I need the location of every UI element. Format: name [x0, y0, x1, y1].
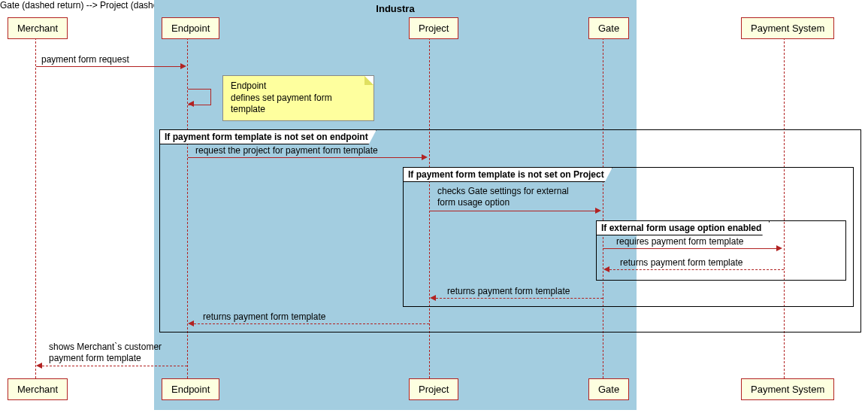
industra-label: Industra — [155, 3, 636, 14]
fragment-external-enabled: If external form usage option enabled — [596, 220, 846, 281]
note-line-1: Endpoint — [231, 80, 366, 93]
participant-merchant-top: Merchant — [8, 17, 68, 39]
fragment-label-2: If payment form template is not set on P… — [404, 168, 612, 182]
arrow-head-m5 — [603, 266, 609, 272]
msg-m8-l1: shows Merchant`s customer — [49, 342, 162, 352]
msg-m6: returns payment form template — [447, 286, 570, 296]
participant-endpoint-bottom: Endpoint — [162, 378, 219, 400]
participant-project-top: Project — [409, 17, 458, 39]
note-endpoint: Endpoint defines set payment form templa… — [222, 75, 374, 121]
arrow-head-m2 — [422, 154, 428, 160]
arrow-m6 — [436, 298, 603, 299]
note-line-3: template — [231, 104, 366, 116]
fragment-label-3: If external form usage option enabled — [597, 221, 770, 235]
msg-m3-l2: form usage option — [437, 197, 510, 208]
msg-m5: returns payment form template — [620, 257, 742, 268]
msg-m7: returns payment form template — [203, 311, 325, 322]
arrow-head-m7 — [188, 320, 194, 326]
arrow-head-m6 — [430, 295, 436, 301]
arrow-head-m4 — [776, 245, 782, 251]
msg-m3-l1: checks Gate settings for external — [437, 186, 569, 196]
participant-endpoint-top: Endpoint — [162, 17, 219, 39]
msg-m4: requires payment form template — [616, 236, 743, 247]
msg-m2: request the project for payment form tem… — [195, 145, 378, 156]
arrow-head-m8 — [36, 363, 42, 369]
arrow-m1 — [36, 66, 182, 67]
note-line-2: defines set payment form — [231, 93, 366, 105]
arrow-head-m1 — [180, 63, 186, 69]
msg-m8-l2: payment form template — [49, 353, 141, 363]
participant-merchant-bottom: Merchant — [8, 378, 68, 400]
arrow-head-m3 — [595, 208, 601, 214]
sequence-diagram: Industra Merchant Endpoint Project Gate … — [0, 0, 868, 416]
participant-gate-bottom: Gate — [588, 378, 629, 400]
arrow-head-self — [188, 101, 194, 107]
arrow-m7 — [194, 323, 429, 324]
lifeline-merchant — [35, 38, 36, 393]
participant-gate-top: Gate — [588, 17, 629, 39]
msg-m1: payment form request — [41, 54, 129, 65]
arrow-m2 — [188, 157, 423, 158]
participant-payment-system-bottom: Payment System — [741, 378, 834, 400]
arrow-m4 — [603, 248, 778, 249]
participant-project-bottom: Project — [409, 378, 458, 400]
fragment-label-1: If payment form template is not set on e… — [160, 130, 377, 144]
arrow-m5 — [609, 269, 784, 270]
arrow-m8 — [42, 366, 187, 366]
participant-payment-system-top: Payment System — [741, 17, 834, 39]
arrow-m3 — [430, 211, 597, 211]
